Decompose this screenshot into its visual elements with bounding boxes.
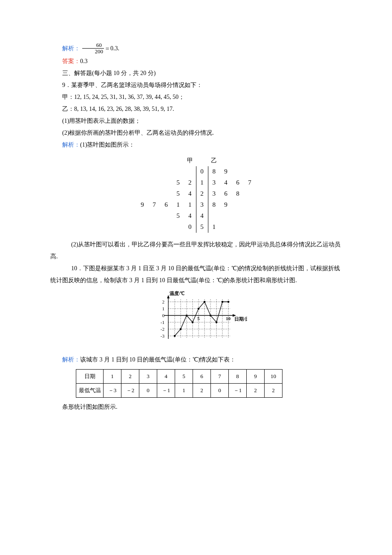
analysis-label: 解析：: [62, 356, 80, 363]
stemleaf-row: 97611 3 89: [136, 199, 256, 211]
q9-title: 9．某赛季甲、乙两名篮球运动员每场得分情况如下：: [50, 79, 342, 91]
svg-point-28: [180, 328, 182, 330]
analysis-label: 解析：: [62, 45, 80, 52]
top-analysis: 解析： 60 200 ＝0.3.: [50, 43, 342, 55]
stemleaf-header-left: 甲: [184, 155, 196, 166]
svg-point-34: [216, 321, 218, 323]
svg-text:-2: -2: [161, 327, 164, 332]
stemleaf-row: 52 1 3467: [136, 177, 256, 188]
section3-heading: 三、解答题(每小题 10 分，共 20 分): [50, 67, 342, 79]
svg-point-29: [186, 314, 188, 316]
q9-conclusion: (2)从茎叶图可以看出，甲比乙得分要高一些且甲发挥比较稳定，因此甲运动员总体得分…: [50, 239, 342, 263]
q9-data-yi: 乙：8, 13, 14, 16, 23, 26, 28, 38, 39, 51,…: [50, 103, 342, 115]
chart-xlabel: 日期/日: [234, 316, 247, 321]
analysis-label: 解析：: [62, 142, 80, 148]
chart-line: [175, 302, 228, 336]
svg-point-27: [174, 335, 176, 337]
answer-label: 答案：: [62, 58, 80, 64]
svg-point-33: [210, 314, 212, 316]
svg-point-32: [204, 301, 206, 303]
q10-title: 10．下图是根据某市 3 月 1 日至 3 月 10 日的最低气温(单位：℃)的…: [50, 263, 342, 286]
top-answer: 答案：0.3: [50, 55, 342, 67]
svg-text:1: 1: [162, 306, 165, 311]
stemleaf-row: 0 5 1: [136, 222, 256, 233]
line-chart: 温度/℃: [50, 290, 342, 350]
table-row: 最低气温 －3－20－11 20－122: [76, 383, 282, 397]
line-chart-svg: 温度/℃: [145, 290, 247, 345]
svg-text:2: 2: [162, 299, 165, 304]
fraction-num: 60: [82, 42, 104, 49]
table-head-temp: 最低气温: [76, 383, 104, 397]
stemleaf-row: 0 89: [136, 166, 256, 177]
q10-analysis: 解析：该城市 3 月 1 日到 10 日的最低气温(单位：℃)情况如下表：: [50, 354, 342, 366]
svg-text:-3: -3: [161, 333, 165, 338]
svg-point-36: [228, 301, 230, 303]
svg-text:0: 0: [162, 313, 165, 318]
q9-analysis1: (1)茎叶图如图所示：: [80, 142, 135, 148]
fraction-den: 200: [82, 49, 104, 55]
chart-ylabel: 温度/℃: [169, 291, 184, 296]
table-head-date: 日期: [76, 369, 104, 383]
table-row: 日期 12345 678910: [76, 369, 282, 383]
answer-value: 0.3: [80, 58, 88, 64]
q10-end: 条形统计图如图所示.: [50, 401, 342, 413]
stem-leaf-plot: 甲 乙 0 89 52 1 3467 54 2 368 97611 3 89 5…: [136, 155, 256, 233]
svg-text:5: 5: [197, 316, 200, 321]
stemleaf-row: 54 4: [136, 211, 256, 222]
eq-text: ＝0.3.: [104, 45, 119, 52]
q9-part1: (1)用茎叶图表示上面的数据；: [50, 115, 342, 127]
stemleaf-header-right: 乙: [208, 155, 220, 166]
q9-part2: (2)根据你所画的茎叶图分析甲、乙两名运动员的得分情况.: [50, 127, 342, 139]
svg-text:10: 10: [226, 316, 231, 321]
q9-analysis: 解析：(1)茎叶图如图所示：: [50, 139, 342, 151]
temp-table: 日期 12345 678910 最低气温 －3－20－11 20－122: [76, 369, 282, 398]
q10-analysis-text: 该城市 3 月 1 日到 10 日的最低气温(单位：℃)情况如下表：: [80, 356, 236, 363]
svg-text:-1: -1: [161, 320, 164, 325]
q9-data-jia: 甲：12, 15, 24, 25, 31, 31, 36, 37, 39, 44…: [50, 91, 342, 103]
svg-point-35: [222, 301, 224, 303]
svg-point-30: [192, 321, 194, 323]
stemleaf-row: 54 2 368: [136, 188, 256, 199]
svg-point-31: [198, 307, 200, 309]
fraction: 60 200: [82, 42, 104, 55]
